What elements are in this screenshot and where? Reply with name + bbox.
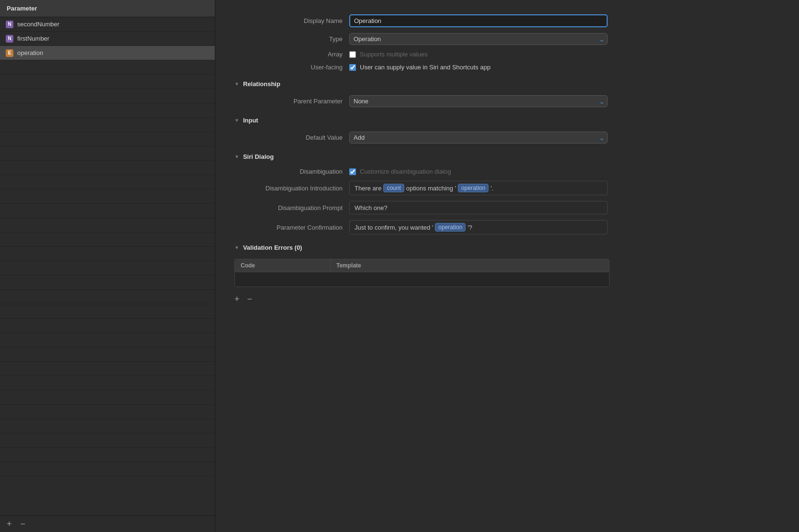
user-facing-control: User can supply value in Siri and Shortc…: [349, 64, 608, 71]
siri-dialog-chevron[interactable]: ▼: [234, 154, 239, 159]
validation-table-controls: + −: [234, 293, 780, 305]
add-param-button[interactable]: +: [6, 520, 13, 528]
array-checkbox-row: Supports multiple values: [349, 51, 608, 58]
empty-row: [0, 290, 215, 304]
default-value-label: Default Value: [234, 134, 349, 141]
right-panel: Display Name Type Operation String Integ…: [215, 0, 799, 532]
remove-param-button[interactable]: −: [20, 520, 27, 528]
empty-row: [0, 276, 215, 290]
badge-n-firstnumber: N: [6, 35, 13, 43]
param-name-operation: operation: [17, 49, 43, 56]
empty-row: [0, 247, 215, 261]
remove-validation-button[interactable]: −: [247, 295, 253, 303]
type-label: Type: [234, 35, 349, 43]
relationship-title: Relationship: [243, 80, 280, 88]
confirm-token-operation[interactable]: operation: [435, 223, 466, 232]
type-select-wrapper: Operation String Integer Decimal Boolean…: [349, 33, 608, 45]
empty-row: [0, 60, 215, 75]
disambiguation-control: Customize disambiguation dialog: [349, 168, 608, 175]
disambiguation-intro-label: Disambiguation Introduction: [234, 185, 349, 192]
empty-row: [0, 304, 215, 319]
parent-param-row: Parent Parameter None ⌄: [234, 95, 780, 107]
add-validation-button[interactable]: +: [234, 295, 240, 303]
display-name-row: Display Name: [234, 14, 780, 27]
validation-errors-title: Validation Errors (0): [243, 244, 302, 251]
relationship-header: ▼ Relationship: [234, 80, 780, 88]
confirm-text-2: '?: [467, 224, 472, 231]
badge-e-operation: E: [6, 49, 13, 57]
input-chevron[interactable]: ▼: [234, 118, 239, 123]
param-header: Parameter: [0, 0, 215, 17]
user-facing-row: User-facing User can supply value in Sir…: [234, 64, 780, 71]
validation-col-template: Template: [331, 259, 609, 272]
empty-row: [0, 448, 215, 462]
disambiguation-prompt-row: Disambiguation Prompt Which one?: [234, 201, 780, 214]
parent-param-select[interactable]: None: [349, 95, 608, 107]
empty-row: [0, 333, 215, 347]
type-control: Operation String Integer Decimal Boolean…: [349, 33, 608, 45]
empty-row: [0, 75, 215, 89]
relationship-section: ▼ Relationship Parent Parameter None ⌄: [234, 80, 780, 107]
disambiguation-prompt-label: Disambiguation Prompt: [234, 204, 349, 211]
empty-row: [0, 419, 215, 433]
user-facing-checkbox-row: User can supply value in Siri and Shortc…: [349, 64, 608, 71]
empty-row: [0, 390, 215, 405]
disambiguation-intro-row: Disambiguation Introduction There are co…: [234, 181, 780, 195]
default-value-select[interactable]: Add Subtract Multiply Divide: [349, 132, 608, 144]
array-checkbox[interactable]: [349, 51, 356, 58]
intro-token-operation[interactable]: operation: [458, 184, 488, 192]
empty-row: [0, 118, 215, 132]
left-panel: Parameter N secondNumber N firstNumber E…: [0, 0, 215, 532]
disambiguation-prompt-text[interactable]: Which one?: [349, 201, 608, 214]
user-facing-checkbox[interactable]: [349, 64, 356, 71]
disambiguation-label: Disambiguation: [234, 168, 349, 175]
param-list: N secondNumber N firstNumber E operation: [0, 17, 215, 515]
array-label: Array: [234, 51, 349, 58]
empty-row: [0, 218, 215, 233]
confirm-text-1: Just to confirm, you wanted ': [355, 224, 433, 231]
type-select[interactable]: Operation String Integer Decimal Boolean…: [349, 33, 608, 45]
param-row-operation[interactable]: E operation: [0, 46, 215, 60]
param-row[interactable]: N firstNumber: [0, 32, 215, 46]
array-row: Array Supports multiple values: [234, 51, 780, 58]
empty-row: [0, 362, 215, 376]
empty-row: [0, 189, 215, 204]
display-name-control: [349, 14, 608, 27]
param-confirmation-label: Parameter Confirmation: [234, 224, 349, 231]
default-value-select-wrapper: Add Subtract Multiply Divide ⌄: [349, 132, 608, 144]
empty-row: [0, 233, 215, 247]
disambiguation-intro-text[interactable]: There are count options matching ' opera…: [349, 181, 608, 195]
parent-param-label: Parent Parameter: [234, 98, 349, 105]
empty-row: [0, 433, 215, 448]
input-header: ▼ Input: [234, 117, 780, 124]
badge-n-secondnumber: N: [6, 21, 13, 28]
input-section: ▼ Input Default Value Add Subtract Multi…: [234, 117, 780, 144]
relationship-chevron[interactable]: ▼: [234, 81, 239, 87]
display-name-label: Display Name: [234, 17, 349, 24]
empty-row: [0, 89, 215, 103]
user-facing-checkbox-label: User can supply value in Siri and Shortc…: [360, 64, 490, 71]
empty-row: [0, 462, 215, 477]
empty-row: [0, 161, 215, 175]
input-title: Input: [243, 117, 258, 124]
validation-errors-section: ▼ Validation Errors (0) Code Template + …: [234, 244, 780, 305]
intro-token-count[interactable]: count: [383, 184, 404, 192]
param-name-firstnumber: firstNumber: [17, 35, 49, 42]
empty-row: [0, 347, 215, 362]
empty-row: [0, 175, 215, 189]
disambiguation-checkbox[interactable]: [349, 168, 356, 175]
siri-dialog-section: ▼ Siri Dialog Disambiguation Customize d…: [234, 153, 780, 234]
param-row[interactable]: N secondNumber: [0, 17, 215, 32]
param-list-toolbar: + −: [0, 515, 215, 532]
param-confirmation-text[interactable]: Just to confirm, you wanted ' operation …: [349, 220, 608, 234]
validation-chevron[interactable]: ▼: [234, 245, 239, 250]
validation-table: Code Template: [234, 259, 610, 287]
param-confirmation-control: Just to confirm, you wanted ' operation …: [349, 220, 608, 234]
validation-col-code: Code: [235, 259, 331, 272]
empty-row: [0, 405, 215, 419]
intro-text-1: There are: [355, 185, 381, 192]
disambiguation-checkbox-label: Customize disambiguation dialog: [360, 168, 451, 175]
validation-errors-header: ▼ Validation Errors (0): [234, 244, 780, 251]
display-name-input[interactable]: [349, 14, 608, 27]
default-value-row: Default Value Add Subtract Multiply Divi…: [234, 132, 780, 144]
